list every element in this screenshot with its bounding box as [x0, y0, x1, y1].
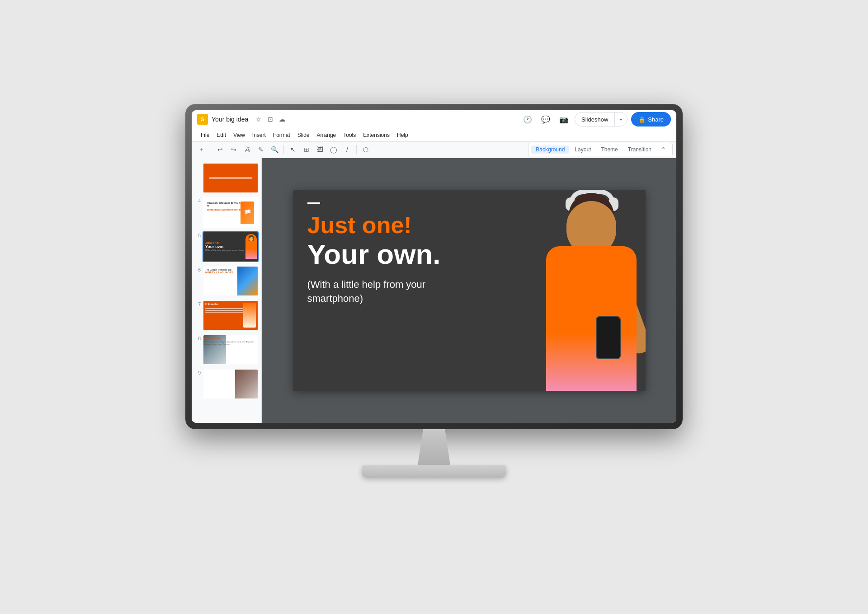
menu-insert[interactable]: Insert	[249, 129, 269, 141]
zoom-btn[interactable]: 🔍	[268, 143, 281, 156]
theme-tab[interactable]: Theme	[596, 145, 622, 154]
slide-subtitle: (With a little help from yoursmartphone)	[307, 278, 426, 306]
thumb-4-image: 🏳️	[241, 202, 254, 224]
paint-format-btn[interactable]: ✎	[255, 143, 267, 156]
header-right: 🕐 💬 📷 Slideshow ▾ 🔒 Share	[520, 112, 671, 127]
scene: S Your big idea ☆ ⊡ ☁ 🕐 💬 📷 Slideshow ▾	[163, 104, 705, 511]
drive-icon[interactable]: ⊡	[265, 114, 275, 124]
slide-item-5[interactable]: 5 Just one! Your own. With a little help…	[192, 230, 261, 264]
transition-tab[interactable]: Transition	[623, 145, 656, 154]
thumb-7-image	[243, 303, 256, 328]
slide-thumb-4-inner: How many languages do you need to know t…	[205, 200, 256, 225]
slide-thumb-top[interactable]	[203, 163, 259, 193]
lines-btn[interactable]: /	[341, 143, 354, 156]
slide-item-4[interactable]: 4 How many languages do you need to know…	[192, 195, 261, 230]
slide-thumb-4[interactable]: How many languages do you need to know t…	[203, 197, 259, 228]
editor-area: Just one! Your own. (With a little help …	[262, 158, 676, 423]
slide-item-8[interactable]: 8 Meet Alberto He recently moved to Hage…	[192, 333, 261, 367]
toolbar-divider-2	[283, 145, 284, 154]
comments-icon[interactable]: 💬	[538, 112, 553, 127]
slide-number-top	[194, 163, 201, 164]
slideshow-dropdown-arrow[interactable]: ▾	[614, 112, 627, 126]
undo-btn[interactable]: ↩	[214, 143, 226, 156]
monitor-neck	[416, 429, 452, 465]
title-icons: ☆ ⊡ ☁	[254, 114, 287, 124]
toolbar-divider-3	[356, 145, 357, 154]
slide-canvas[interactable]: Just one! Your own. (With a little help …	[293, 190, 646, 391]
menu-extensions[interactable]: Extensions	[359, 129, 393, 141]
slide-item-6[interactable]: 6 The Google Translate app NINETY LANGUA…	[192, 264, 261, 298]
slide-thumb-7-inner: 2. Examples	[203, 301, 258, 330]
share-label: Share	[648, 116, 664, 123]
menu-view[interactable]: View	[230, 129, 249, 141]
cursor-btn[interactable]: ↖	[287, 143, 299, 156]
slide-thumb-7[interactable]: 2. Examples	[203, 300, 259, 331]
slide-title-white: Your own.	[307, 240, 441, 268]
slide-thumb-9-inner	[203, 370, 258, 398]
slide-item-top[interactable]	[192, 161, 261, 195]
slide-thumb-8[interactable]: Meet Alberto He recently moved to Hagen …	[203, 334, 259, 365]
menubar: File Edit View Insert Format Slide Arran…	[192, 129, 676, 142]
thumb-9-image	[235, 370, 258, 399]
share-button[interactable]: 🔒 Share	[631, 112, 671, 127]
thumb-5-person: 👩	[245, 234, 257, 259]
print-btn[interactable]: 🖨	[241, 143, 254, 156]
collapse-btn[interactable]: ⌃	[657, 143, 670, 156]
slide-thumb-8-inner: Meet Alberto He recently moved to Hagen …	[203, 335, 258, 364]
person-phone	[596, 316, 621, 359]
slide-item-7[interactable]: 7 2. Examples	[192, 298, 261, 333]
slides-panel: 4 How many languages do you need to know…	[192, 158, 262, 423]
menu-file[interactable]: File	[197, 129, 213, 141]
redo-btn[interactable]: ↪	[227, 143, 240, 156]
toolbar: + ↩ ↪ 🖨 ✎ 🔍 ↖ ⊞ 🖼 ◯ / ⬡ Background Layou…	[192, 142, 676, 158]
menu-format[interactable]: Format	[269, 129, 294, 141]
menu-slide[interactable]: Slide	[294, 129, 313, 141]
thumb-8-text: Meet Alberto He recently moved to Hagen …	[203, 337, 257, 346]
monitor: S Your big idea ☆ ⊡ ☁ 🕐 💬 📷 Slideshow ▾	[185, 104, 683, 429]
background-tab[interactable]: Background	[531, 145, 569, 154]
slide-thumb-9[interactable]	[203, 369, 259, 399]
slide-person	[501, 190, 646, 391]
menu-help[interactable]: Help	[393, 129, 412, 141]
toolbar-right-section: Background Layout Theme Transition ⌃	[528, 143, 673, 156]
share-lock-icon: 🔒	[638, 116, 646, 123]
app-icon-letter: S	[201, 117, 204, 122]
main-content: 4 How many languages do you need to know…	[192, 158, 676, 423]
thumb-6-image	[237, 267, 258, 296]
add-slide-btn[interactable]: +	[195, 143, 208, 156]
doc-title[interactable]: Your big idea	[212, 116, 248, 123]
menu-tools[interactable]: Tools	[340, 129, 359, 141]
slide-thumb-6[interactable]: The Google Translate app NINETY LANGUAGE…	[203, 266, 259, 296]
image-btn[interactable]: 🖼	[314, 143, 326, 156]
slide-thumb-5-inner: Just one! Your own. With a little help f…	[203, 232, 258, 261]
slide-number-7: 7	[194, 300, 201, 307]
shapes-btn[interactable]: ◯	[327, 143, 340, 156]
layout-tab[interactable]: Layout	[570, 145, 595, 154]
text-box-btn[interactable]: ⊞	[300, 143, 313, 156]
camera-icon[interactable]: 📷	[557, 112, 571, 127]
history-icon[interactable]: 🕐	[520, 112, 535, 127]
slide-number-5: 5	[194, 231, 201, 238]
thumb-8-title: Meet Alberto	[203, 337, 257, 340]
slide-item-9[interactable]: 9	[192, 367, 261, 401]
person-torso	[546, 246, 637, 391]
slide-subtitle-text: (With a little help from yoursmartphone)	[307, 279, 426, 304]
slide-thumb-5[interactable]: Just one! Your own. With a little help f…	[203, 231, 259, 262]
slide-thumb-6-inner: The Google Translate app NINETY LANGUAGE…	[203, 267, 258, 295]
slideshow-button[interactable]: Slideshow	[575, 112, 614, 126]
cloud-icon[interactable]: ☁	[277, 114, 287, 124]
titlebar: S Your big idea ☆ ⊡ ☁ 🕐 💬 📷 Slideshow ▾	[192, 110, 676, 129]
menu-arrange[interactable]: Arrange	[313, 129, 340, 141]
slide-title-orange: Just one!	[307, 213, 412, 237]
slide-number-9: 9	[194, 369, 201, 375]
slideshow-button-group: Slideshow ▾	[575, 112, 627, 127]
star-icon[interactable]: ☆	[254, 114, 264, 124]
slide-accent-line	[307, 202, 320, 204]
monitor-base	[362, 465, 506, 478]
toolbar-divider-1	[211, 145, 211, 154]
comment-btn[interactable]: ⬡	[359, 143, 372, 156]
slide-number-4: 4	[194, 197, 201, 204]
monitor-screen: S Your big idea ☆ ⊡ ☁ 🕐 💬 📷 Slideshow ▾	[192, 110, 676, 423]
menu-edit[interactable]: Edit	[213, 129, 230, 141]
app-icon: S	[197, 114, 208, 125]
